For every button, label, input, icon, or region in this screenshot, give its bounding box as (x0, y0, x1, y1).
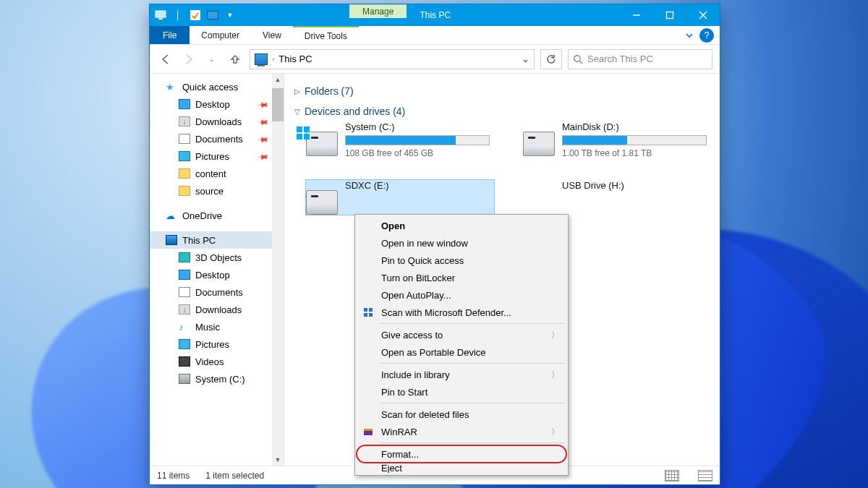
sidebar-content[interactable]: content (150, 165, 284, 182)
sidebar-videos[interactable]: Videos (150, 353, 284, 370)
refresh-button[interactable] (540, 49, 562, 69)
manage-contextual-tab[interactable]: Manage (349, 4, 407, 18)
close-button[interactable] (686, 4, 720, 26)
breadcrumb-chevron-icon: › (272, 55, 274, 63)
folders-group-header[interactable]: ▷Folders (7) (292, 81, 712, 101)
up-button[interactable] (226, 51, 244, 68)
desktop-icon (179, 270, 190, 280)
sidebar-downloads-2[interactable]: Downloads (150, 301, 284, 318)
view-tab[interactable]: View (251, 26, 293, 44)
view-large-icons-button[interactable] (665, 470, 679, 481)
ribbon-tabs: File Computer View Drive Tools ? (150, 26, 720, 45)
music-icon: ♪ (179, 322, 190, 332)
sidebar-3d-objects[interactable]: 3D Objects (150, 249, 284, 266)
ctx-separator (380, 323, 565, 324)
sidebar-onedrive[interactable]: ☁OneDrive (150, 207, 284, 224)
drive-tools-tab[interactable]: Drive Tools (293, 26, 359, 44)
address-box[interactable]: › This PC ⌄ (250, 49, 535, 69)
titlebar[interactable]: │ ▼ Manage This PC (150, 4, 720, 26)
sidebar-downloads[interactable]: Downloads📌 (150, 113, 284, 130)
drive-maindisk-d[interactable]: MainDisk (D:) 1.00 TB free of 1.81 TB (523, 121, 711, 158)
star-icon: ★ (166, 82, 177, 92)
qat-newfolder-icon[interactable] (206, 9, 219, 22)
cube-icon (179, 252, 190, 262)
sidebar-quick-access[interactable]: ★Quick access (150, 78, 284, 95)
ctx-give-access[interactable]: Give access to〉 (357, 326, 566, 343)
address-dropdown-icon[interactable]: ⌄ (522, 53, 529, 64)
svg-rect-0 (156, 11, 166, 17)
svg-rect-12 (369, 308, 373, 312)
sidebar-desktop-2[interactable]: Desktop (150, 266, 284, 283)
cloud-icon: ☁ (166, 210, 177, 221)
search-box[interactable]: Search This PC (568, 49, 712, 69)
svg-line-10 (580, 61, 583, 64)
help-button[interactable]: ? (699, 28, 714, 43)
folder-icon (179, 186, 190, 196)
drive-system-c[interactable]: System (C:) 108 GB free of 465 GB (306, 121, 494, 158)
file-tab[interactable]: File (150, 26, 190, 44)
drive-name: SDXC (E:) (345, 180, 389, 191)
pc-icon (166, 235, 177, 245)
qat-properties-icon[interactable] (189, 9, 202, 22)
ctx-winrar[interactable]: WinRAR〉 (357, 423, 566, 440)
back-button[interactable] (157, 51, 174, 68)
drive-name: System (C:) (345, 121, 490, 132)
ctx-format[interactable]: Format... (357, 445, 566, 463)
pc-qat-icon[interactable] (154, 9, 167, 22)
forward-button[interactable] (180, 51, 197, 68)
ctx-pin-quick-access[interactable]: Pin to Quick access (357, 252, 566, 269)
ctx-autoplay[interactable]: Open AutoPlay... (357, 286, 566, 304)
ctx-eject[interactable]: Eject (357, 463, 566, 473)
pictures-icon (179, 339, 190, 349)
expand-ribbon-button[interactable] (679, 26, 699, 44)
ctx-scan-deleted[interactable]: Scan for deleted files (357, 406, 566, 423)
sidebar-documents[interactable]: Documents📌 (150, 130, 284, 147)
svg-rect-6 (667, 12, 673, 19)
ctx-separator (380, 363, 565, 364)
recent-dropdown-icon[interactable]: ⌄ (203, 51, 221, 68)
sidebar-pictures[interactable]: Pictures📌 (150, 147, 284, 165)
ctx-bitlocker[interactable]: Turn on BitLocker (357, 269, 566, 286)
ctx-defender[interactable]: Scan with Microsoft Defender... (357, 304, 566, 321)
sidebar-system-c[interactable]: System (C:) (150, 370, 284, 388)
view-details-button[interactable] (698, 470, 712, 481)
sidebar-scroll-thumb[interactable] (272, 88, 284, 121)
scroll-up-icon[interactable]: ▲ (272, 74, 284, 85)
drive-name: MainDisk (D:) (562, 121, 707, 132)
qat-divider-icon: │ (171, 9, 184, 22)
sidebar-music[interactable]: ♪Music (150, 318, 284, 335)
sidebar-desktop[interactable]: Desktop📌 (150, 95, 284, 113)
desktop-icon (179, 99, 190, 109)
scroll-down-icon[interactable]: ▼ (272, 454, 284, 466)
drive-name: USB Drive (H:) (562, 180, 624, 191)
documents-icon (179, 134, 190, 144)
sidebar-this-pc[interactable]: This PC (150, 231, 284, 249)
navigation-pane: ★Quick access Desktop📌 Downloads📌 Docume… (150, 74, 284, 466)
ctx-portable-device[interactable]: Open as Portable Device (357, 343, 566, 361)
drive-usb-h[interactable]: USB Drive (H:) (523, 180, 711, 215)
ctx-include-library[interactable]: Include in library〉 (357, 366, 566, 383)
documents-icon (179, 287, 190, 297)
ctx-open-new-window[interactable]: Open in new window (357, 234, 566, 252)
downloads-icon (179, 304, 190, 314)
minimize-button[interactable] (620, 4, 653, 26)
sidebar-documents-2[interactable]: Documents (150, 283, 284, 301)
devices-group-header[interactable]: ▽Devices and drives (4) (292, 101, 712, 121)
status-selected-count: 1 item selected (205, 471, 264, 481)
svg-rect-16 (364, 429, 373, 431)
sidebar-source[interactable]: source (150, 182, 284, 200)
ctx-open[interactable]: Open (357, 217, 566, 234)
maximize-button[interactable] (653, 4, 686, 26)
computer-tab[interactable]: Computer (190, 26, 251, 44)
context-menu: Open Open in new window Pin to Quick acc… (354, 214, 569, 476)
pin-icon: 📌 (258, 98, 269, 110)
qat-dropdown-icon[interactable]: ▼ (224, 9, 237, 22)
chevron-right-icon: 〉 (551, 369, 559, 380)
svg-rect-2 (190, 10, 200, 20)
sidebar-pictures-2[interactable]: Pictures (150, 335, 284, 353)
chevron-right-icon: 〉 (551, 427, 559, 437)
drive-sdxc-e[interactable]: SDXC (E:) (306, 180, 494, 215)
sidebar-scrollbar[interactable] (272, 74, 284, 466)
ctx-pin-start[interactable]: Pin to Start (357, 383, 566, 401)
window-title: This PC (407, 10, 464, 20)
